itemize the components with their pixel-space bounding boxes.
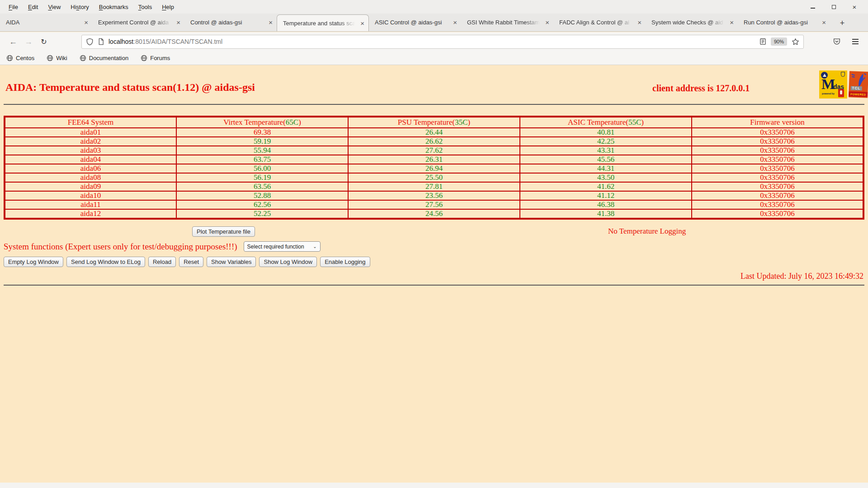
page-header: AIDA: Temperature and status scan(1.12) … bbox=[0, 65, 868, 102]
chevron-down-icon: ⌄ bbox=[313, 244, 316, 249]
tab-close-icon[interactable]: × bbox=[545, 19, 549, 26]
tab-title: System wide Checks @ aid bbox=[651, 19, 726, 26]
table-cell: 62.56 bbox=[176, 200, 348, 209]
table-cell: aida03 bbox=[5, 146, 176, 155]
tcl-powered-logo[interactable]: TCL POWERED bbox=[849, 71, 868, 98]
table-cell: aida04 bbox=[5, 155, 176, 164]
header-part: 35C bbox=[455, 118, 467, 127]
tab-fadc-align-control-ai[interactable]: FADC Align & Control @ ai× bbox=[553, 13, 646, 31]
table-cell: 56.00 bbox=[176, 164, 348, 173]
minimize-icon bbox=[811, 8, 815, 9]
tab-close-icon[interactable]: × bbox=[176, 19, 180, 26]
column-header: Firmware version bbox=[692, 117, 863, 128]
system-function-select[interactable]: Select required function ⌄ bbox=[244, 241, 321, 252]
zoom-level-badge[interactable]: 90% bbox=[771, 38, 787, 46]
client-address-text: client address is 127.0.0.1 bbox=[652, 83, 750, 94]
table-body: aida0169.3826.4440.810x3350706aida0259.1… bbox=[5, 128, 863, 219]
header-part: ) bbox=[298, 118, 301, 127]
page-info-icon[interactable] bbox=[98, 38, 104, 45]
bookmark-wiki[interactable]: Wiki bbox=[47, 55, 67, 61]
forward-button[interactable]: → bbox=[21, 34, 36, 49]
button-reset[interactable]: Reset bbox=[179, 257, 203, 267]
system-functions-label: System functions (Expert users only for … bbox=[4, 242, 237, 252]
tab-control-aidas-gsi[interactable]: Control @ aidas-gsi× bbox=[184, 13, 277, 31]
table-cell: aida11 bbox=[5, 200, 176, 209]
button-reload[interactable]: Reload bbox=[148, 257, 176, 267]
tab-system-wide-checks-aid[interactable]: System wide Checks @ aid× bbox=[646, 13, 738, 31]
url-bar[interactable]: localhost:8015/AIDA/TSCAN/TSCAN.tml 90% bbox=[81, 35, 804, 49]
menu-item-view[interactable]: View bbox=[43, 1, 66, 13]
table-cell: 0x3350706 bbox=[692, 209, 863, 219]
window-bottom-edge bbox=[0, 483, 868, 488]
button-show-variables[interactable]: Show Variables bbox=[207, 257, 256, 267]
tab-close-icon[interactable]: × bbox=[360, 20, 364, 27]
tab-experiment-control-aida[interactable]: Experiment Control @ aida× bbox=[92, 13, 184, 31]
tab-temperature-and-status-sca[interactable]: Temperature and status sca× bbox=[277, 14, 369, 31]
reader-mode-icon[interactable] bbox=[760, 38, 766, 45]
table-cell: 26.44 bbox=[348, 128, 520, 137]
tab-aida[interactable]: AIDA× bbox=[0, 13, 92, 31]
tcl-logo-text: TCL bbox=[851, 86, 862, 90]
midas-logo[interactable]: M idas powered by bbox=[819, 70, 847, 99]
table-cell: 44.31 bbox=[520, 164, 692, 173]
menu-item-tools[interactable]: Tools bbox=[133, 1, 157, 13]
tab-run-control-aidas-gsi[interactable]: Run Control @ aidas-gsi× bbox=[738, 13, 830, 31]
reload-button[interactable]: ↻ bbox=[36, 34, 52, 49]
table-cell: 40.81 bbox=[520, 128, 692, 137]
table-cell: 0x3350706 bbox=[692, 164, 863, 173]
bookmark-centos[interactable]: Centos bbox=[6, 55, 34, 61]
tab-title: Temperature and status sca bbox=[283, 20, 357, 27]
button-send-log-window-to-elog[interactable]: Send Log Window to ELog bbox=[66, 257, 145, 267]
bookmark-forums[interactable]: Forums bbox=[141, 55, 170, 61]
table-cell: 0x3350706 bbox=[692, 128, 863, 137]
tab-close-icon[interactable]: × bbox=[269, 19, 273, 26]
header-part: 65C bbox=[286, 118, 298, 127]
menu-item-bookmarks[interactable]: Bookmarks bbox=[94, 1, 133, 13]
bookmark-label: Forums bbox=[150, 55, 170, 61]
table-cell: 0x3350706 bbox=[692, 146, 863, 155]
tab-close-icon[interactable]: × bbox=[84, 19, 88, 26]
navigation-toolbar: ← → ↻ localhost:8015/AIDA/TSCAN/TSCAN.tm… bbox=[0, 32, 868, 51]
midas-powered-text: powered by bbox=[822, 92, 835, 95]
button-show-log-window[interactable]: Show Log Window bbox=[259, 257, 317, 267]
menu-item-edit[interactable]: Edit bbox=[23, 1, 43, 13]
table-cell: 41.12 bbox=[520, 191, 692, 200]
close-icon: × bbox=[853, 4, 857, 10]
tracking-shield-icon[interactable] bbox=[86, 38, 94, 46]
window-minimize-button[interactable] bbox=[809, 3, 816, 10]
column-header: Virtex Temperature(65C) bbox=[176, 117, 348, 128]
new-tab-button[interactable]: + bbox=[835, 15, 849, 31]
tab-close-icon[interactable]: × bbox=[730, 19, 734, 26]
bookmark-star-icon[interactable] bbox=[792, 38, 799, 46]
tab-close-icon[interactable]: × bbox=[637, 19, 642, 26]
globe-icon bbox=[141, 55, 147, 61]
tab-asic-control-aidas-gsi[interactable]: ASIC Control @ aidas-gsi× bbox=[369, 13, 461, 31]
table-cell: 42.25 bbox=[520, 137, 692, 146]
menu-item-history[interactable]: History bbox=[66, 1, 94, 13]
table-cell: 41.38 bbox=[520, 209, 692, 219]
button-enable-logging[interactable]: Enable Logging bbox=[320, 257, 370, 267]
window-maximize-button[interactable] bbox=[830, 3, 837, 10]
button-empty-log-window[interactable]: Empty Log Window bbox=[4, 257, 63, 267]
tab-close-icon[interactable]: × bbox=[822, 19, 826, 26]
bookmark-label: Wiki bbox=[56, 55, 67, 61]
hamburger-menu-icon[interactable] bbox=[852, 38, 859, 45]
table-cell: 27.56 bbox=[348, 200, 520, 209]
table-cell: 26.31 bbox=[348, 155, 520, 164]
plot-temperature-button[interactable]: Plot Temperature file bbox=[192, 226, 255, 237]
tab-close-icon[interactable]: × bbox=[453, 19, 457, 26]
table-cell: 56.19 bbox=[176, 173, 348, 182]
back-button[interactable]: ← bbox=[5, 34, 21, 49]
menu-item-help[interactable]: Help bbox=[157, 1, 179, 13]
action-buttons-row: Empty Log WindowSend Log Window to ELogR… bbox=[4, 257, 868, 267]
bookmark-documentation[interactable]: Documentation bbox=[80, 55, 128, 61]
table-row: aida0656.0026.9444.310x3350706 bbox=[5, 164, 863, 173]
window-close-button[interactable]: × bbox=[851, 3, 858, 10]
bookmark-label: Centos bbox=[16, 55, 34, 61]
menu-item-file[interactable]: File bbox=[4, 1, 23, 13]
header-part: ) bbox=[468, 118, 471, 127]
table-cell: 59.19 bbox=[176, 137, 348, 146]
tab-gsi-white-rabbit-timestam[interactable]: GSI White Rabbit Timestam× bbox=[461, 13, 553, 31]
pocket-icon[interactable] bbox=[833, 38, 841, 46]
table-row: aida0169.3826.4440.810x3350706 bbox=[5, 128, 863, 137]
